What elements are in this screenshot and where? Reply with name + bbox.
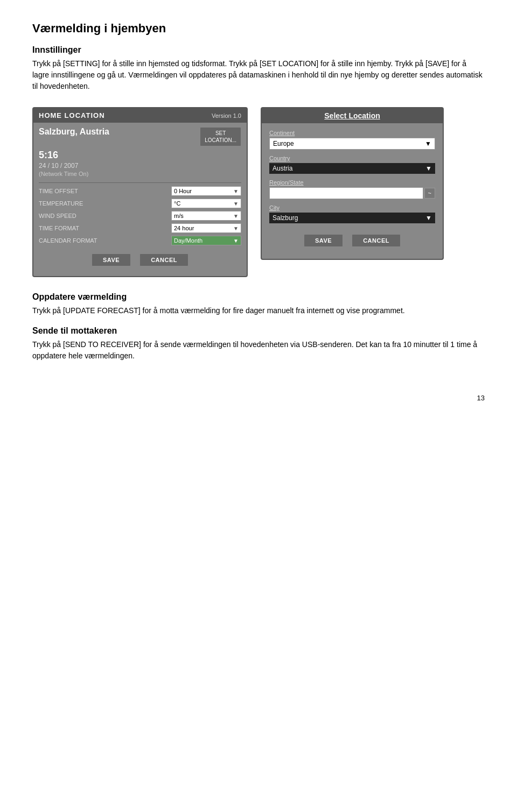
hl-row-calendar-format: Calendar Format Day/Month ▼ (39, 236, 241, 245)
hl-body: Salzburg, Austria SETLOCATION... 5:16 24… (33, 123, 247, 276)
sl-city-row: Salzburg ▼ (269, 213, 435, 223)
hl-select-temperature-arrow: ▼ (233, 201, 239, 207)
hl-select-calendar-format-value: Day/Month (174, 237, 202, 244)
section-body-update: Trykk på [UPDATE FORECAST] for å motta v… (32, 305, 485, 316)
hl-select-time-format-arrow: ▼ (233, 225, 239, 231)
sl-continent-arrow: ▼ (425, 140, 431, 147)
hl-select-wind-speed-value: m/s (174, 213, 184, 219)
section-heading-send: Sende til mottakeren (32, 326, 485, 336)
sl-save-button[interactable]: SAVE (304, 234, 343, 247)
sl-body: Continent Europe ▼ Country Austria ▼ (262, 123, 443, 259)
hl-select-temperature-value: °C (174, 200, 180, 207)
sl-region-dropdown-btn[interactable]: ~ (424, 188, 435, 199)
sl-city-arrow: ▼ (425, 214, 432, 222)
hl-label-calendar-format: Calendar Format (39, 237, 97, 244)
hl-row-temperature: Temperature °C ▼ (39, 199, 241, 208)
hl-cancel-button[interactable]: CANCEL (139, 253, 188, 266)
hl-select-time-offset-value: 0 Hour (174, 188, 192, 194)
section-heading-update: Oppdatere værmelding (32, 292, 485, 302)
hl-date: 24 / 10 / 2007 (39, 162, 241, 170)
hl-separator (39, 182, 241, 183)
sl-label-city: City (269, 204, 435, 211)
sl-select-country[interactable]: Austria ▼ (269, 163, 435, 174)
hl-select-calendar-format-arrow: ▼ (233, 238, 239, 244)
hl-location-text: Salzburg, Austria (39, 127, 109, 137)
hl-row-time-format: Time format 24 hour ▼ (39, 223, 241, 233)
hl-label-time-offset: TIME OFFSET (39, 188, 87, 194)
hl-save-button[interactable]: SAVE (92, 253, 131, 266)
hl-bottom-buttons: SAVE CANCEL (39, 248, 241, 272)
sl-city-value: Salzburg (273, 214, 298, 222)
page-number: 13 (32, 394, 485, 402)
hl-row-time-offset: TIME OFFSET 0 Hour ▼ (39, 186, 241, 196)
hl-label-temperature: Temperature (39, 200, 87, 207)
hl-topbar: HOME LOCATION Version 1.0 (33, 108, 247, 123)
hl-select-time-format[interactable]: 24 hour ▼ (171, 223, 241, 233)
hl-select-wind-speed-arrow: ▼ (233, 213, 239, 219)
sl-label-continent: Continent (269, 130, 435, 136)
hl-location-row: Salzburg, Austria SETLOCATION... (39, 127, 241, 146)
hl-select-time-format-value: 24 hour (174, 225, 194, 231)
sl-region-row: ~ (269, 187, 435, 199)
hl-select-calendar-format[interactable]: Day/Month ▼ (171, 236, 241, 245)
sl-field-country: Country Austria ▼ (269, 155, 435, 174)
section-heading-innstillinger: Innstillinger (32, 45, 485, 55)
hl-select-time-offset[interactable]: 0 Hour ▼ (171, 186, 241, 196)
sl-bottom-buttons: SAVE CANCEL (269, 229, 435, 252)
hl-network: (Network Time On) (39, 171, 241, 177)
hl-version: Version 1.0 (212, 112, 241, 119)
sl-topbar: Select Location (262, 108, 443, 123)
page-title: Værmelding i hjembyen (32, 22, 485, 36)
hl-label-wind-speed: Wind Speed (39, 213, 87, 219)
sl-field-region: Region/State ~ (269, 179, 435, 199)
screenshots-row: HOME LOCATION Version 1.0 Salzburg, Aust… (32, 107, 485, 277)
sl-label-region: Region/State (269, 179, 435, 186)
sl-cancel-button[interactable]: CANCEL (352, 234, 401, 247)
select-location-panel: Select Location Continent Europe ▼ Count… (261, 107, 444, 260)
sl-label-country: Country (269, 155, 435, 161)
hl-row-wind-speed: Wind Speed m/s ▼ (39, 211, 241, 221)
section-body-innstillinger: Trykk på [SETTING] for å stille inn hjem… (32, 58, 485, 92)
hl-select-wind-speed[interactable]: m/s ▼ (171, 211, 241, 221)
sl-continent-value: Europe (273, 140, 294, 147)
hl-label-time-format: Time format (39, 225, 87, 231)
hl-time: 5:16 (39, 150, 241, 161)
hl-set-location-button[interactable]: SETLOCATION... (200, 127, 241, 146)
hl-select-time-offset-arrow: ▼ (233, 188, 239, 194)
section-body-send: Trykk på [SEND TO RECEIVER] for å sende … (32, 339, 485, 362)
sl-select-continent[interactable]: Europe ▼ (269, 138, 435, 150)
sl-country-value: Austria (273, 165, 292, 172)
hl-select-temperature[interactable]: °C ▼ (171, 199, 241, 208)
sl-select-region[interactable] (269, 187, 423, 199)
hl-panel-title: HOME LOCATION (39, 111, 105, 119)
sl-panel-title: Select Location (324, 111, 380, 120)
sl-select-city[interactable]: Salzburg ▼ (269, 213, 435, 223)
home-location-panel: HOME LOCATION Version 1.0 Salzburg, Aust… (32, 107, 248, 277)
sl-country-arrow: ▼ (425, 165, 432, 172)
sl-country-row: Austria ▼ (269, 163, 435, 174)
sl-continent-row: Europe ▼ (269, 138, 435, 150)
sl-field-continent: Continent Europe ▼ (269, 130, 435, 150)
sl-field-city: City Salzburg ▼ (269, 204, 435, 223)
